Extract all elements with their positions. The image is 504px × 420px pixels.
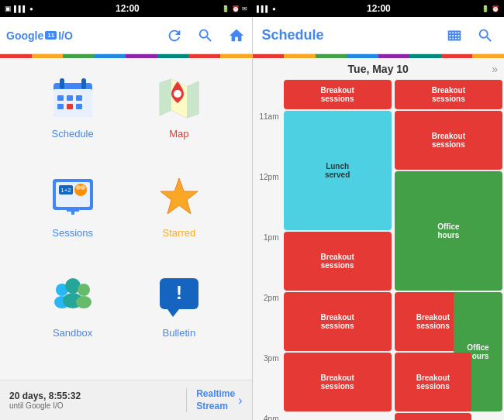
- svg-point-30: [76, 296, 91, 308]
- right-wifi-icon: ●: [272, 5, 276, 12]
- right-nav-bar: Schedule: [253, 17, 505, 54]
- schedule-title: Schedule: [262, 27, 440, 43]
- time-slot-11am: 11am: [253, 111, 282, 171]
- realtime-stream-button[interactable]: RealtimeStream ›: [186, 388, 242, 412]
- sandbox-icon: [48, 273, 98, 322]
- event-office-hours-1[interactable]: Officehours: [395, 171, 502, 291]
- countdown-main: 20 days, 8:55:32: [9, 391, 186, 401]
- google-text: Google: [6, 29, 43, 42]
- time-slot-3pm: 3pm: [253, 353, 282, 413]
- refresh-button[interactable]: [165, 26, 184, 45]
- bottom-bar: 20 days, 8:55:32 until Google I/O Realti…: [0, 380, 252, 420]
- svg-point-14: [174, 90, 181, 98]
- left-time: 12:00: [116, 3, 140, 14]
- time-column: 11am 12pm 1pm 2pm 3pm 4pm: [253, 80, 282, 420]
- grid-view-button[interactable]: [445, 26, 464, 45]
- svg-point-29: [78, 284, 90, 296]
- time-slot-top: [253, 80, 282, 111]
- starred-label: Starred: [163, 227, 196, 239]
- map-label: Map: [169, 128, 188, 139]
- next-day-chevron[interactable]: »: [492, 63, 498, 75]
- left-email-icon: ✉: [242, 5, 247, 12]
- event-breakout-2pm[interactable]: Breakoutsessions: [284, 292, 392, 351]
- svg-text:1+2: 1+2: [60, 187, 71, 194]
- svg-rect-5: [67, 95, 73, 101]
- io-badge: 11: [45, 31, 57, 40]
- map-item[interactable]: Map: [129, 74, 228, 165]
- date-text: Tue, May 10: [348, 63, 409, 75]
- sessions-label: Sessions: [52, 227, 93, 239]
- starred-icon: [154, 173, 204, 222]
- time-slot-4pm: 4pm: [253, 413, 282, 420]
- svg-rect-1: [54, 89, 92, 117]
- countdown-section: 20 days, 8:55:32 until Google I/O: [9, 391, 186, 410]
- svg-marker-13: [187, 81, 198, 118]
- svg-marker-24: [161, 178, 198, 214]
- right-alarm-icon: ⏰: [492, 5, 499, 12]
- event-breakout-4pm-2[interactable]: Breakout: [395, 413, 471, 420]
- event-col-1: Breakoutsessions Lunchserved Breakoutses…: [282, 80, 393, 420]
- svg-rect-7: [57, 104, 64, 109]
- events-area: Breakoutsessions Lunchserved Breakoutses…: [282, 80, 505, 420]
- sandbox-item[interactable]: Sandbox: [23, 273, 122, 364]
- starred-item[interactable]: Starred: [129, 173, 228, 264]
- schedule-icon: [48, 74, 98, 123]
- right-search-button[interactable]: [476, 26, 495, 45]
- svg-marker-32: [167, 309, 179, 317]
- time-slot-12pm: 12pm: [253, 171, 282, 232]
- schedule-grid: 11am 12pm 1pm 2pm 3pm 4pm Breakoutsessio…: [253, 80, 505, 420]
- event-breakout-3pm[interactable]: Breakoutsessions: [284, 353, 392, 411]
- svg-rect-6: [76, 95, 82, 101]
- event-breakout-top[interactable]: Breakoutsessions: [284, 80, 392, 109]
- right-time: 12:00: [367, 3, 391, 14]
- countdown-sub: until Google I/O: [9, 401, 186, 410]
- bulletin-item[interactable]: ! Bulletin: [129, 273, 228, 364]
- left-nav-bar: Google 11 I/O: [0, 17, 252, 54]
- map-icon: [154, 74, 204, 123]
- bulletin-icon: !: [154, 273, 204, 322]
- app-logo: Google 11 I/O: [6, 29, 73, 42]
- right-signal-icon: ▌▌▌: [257, 5, 270, 12]
- time-slot-1pm: 1pm: [253, 232, 282, 292]
- app-grid: Schedule Map: [0, 58, 252, 380]
- svg-rect-8: [67, 104, 73, 109]
- svg-marker-11: [160, 79, 171, 115]
- time-slot-2pm: 2pm: [253, 292, 282, 353]
- event-breakout-11am-2[interactable]: Breakoutsessions: [395, 111, 502, 170]
- bulletin-label: Bulletin: [163, 327, 196, 339]
- left-alarm-icon: ⏰: [232, 5, 240, 12]
- right-battery-icon: 🔋: [482, 5, 489, 12]
- io-text: I/O: [58, 29, 73, 42]
- event-breakout-3pm-2[interactable]: Breakoutsessions: [395, 353, 471, 411]
- home-button[interactable]: [227, 26, 246, 45]
- svg-rect-2: [60, 78, 64, 89]
- svg-rect-3: [81, 78, 86, 89]
- schedule-item[interactable]: Schedule: [23, 74, 122, 165]
- event-col-2: Breakoutsessions Breakoutsessions Office…: [393, 80, 504, 420]
- svg-rect-9: [76, 104, 82, 109]
- left-battery-icon: 🔋: [222, 5, 230, 12]
- svg-text:!: !: [176, 282, 182, 303]
- chevron-right-icon: ›: [238, 394, 242, 408]
- svg-point-21: [74, 184, 87, 196]
- sessions-icon: 1+2: [48, 173, 98, 222]
- event-breakout-1pm[interactable]: Breakoutsessions: [284, 232, 392, 291]
- schedule-content: Tue, May 10 » 11am 12pm 1pm 2pm 3pm 4pm: [253, 58, 505, 420]
- sandbox-label: Sandbox: [53, 327, 92, 339]
- event-breakout-top-2[interactable]: Breakoutsessions: [395, 80, 502, 109]
- left-notification-icon: ▣: [5, 5, 12, 12]
- search-button[interactable]: [196, 26, 215, 45]
- sessions-item[interactable]: 1+2 Sessions: [23, 173, 122, 264]
- svg-point-22: [76, 185, 81, 190]
- date-header: Tue, May 10 »: [253, 58, 505, 80]
- left-signal-icon: ▌▌▌: [14, 5, 27, 12]
- svg-rect-4: [57, 95, 64, 101]
- svg-point-23: [81, 185, 85, 190]
- event-lunch[interactable]: Lunchserved: [284, 111, 392, 230]
- left-wifi-icon: ●: [29, 5, 33, 12]
- realtime-label: RealtimeStream: [196, 388, 235, 412]
- schedule-label: Schedule: [52, 128, 94, 139]
